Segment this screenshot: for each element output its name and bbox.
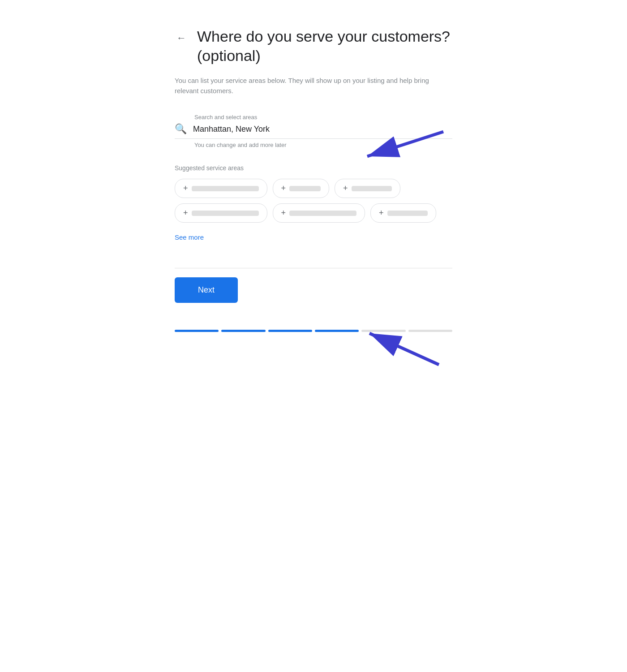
progress-segment-3 bbox=[268, 330, 312, 332]
chip-plus-icon: + bbox=[183, 184, 188, 193]
chip-plus-icon: + bbox=[379, 208, 384, 218]
suggested-label: Suggested service areas bbox=[175, 164, 452, 172]
chip-text bbox=[192, 186, 259, 191]
search-input[interactable] bbox=[193, 125, 452, 134]
chip-4[interactable]: + bbox=[175, 203, 267, 223]
see-more-button[interactable]: See more bbox=[175, 230, 204, 245]
chip-5[interactable]: + bbox=[273, 203, 365, 223]
chip-text bbox=[192, 211, 259, 216]
search-label: Search and select areas bbox=[194, 114, 452, 121]
chip-plus-icon: + bbox=[183, 208, 188, 218]
chip-text bbox=[289, 211, 356, 216]
progress-segment-5 bbox=[361, 330, 405, 332]
chip-plus-icon: + bbox=[343, 184, 348, 193]
chip-6[interactable]: + bbox=[370, 203, 436, 223]
page-title: Where do you serve your customers? (opti… bbox=[197, 27, 452, 65]
chip-text bbox=[352, 186, 392, 191]
search-icon: 🔍 bbox=[175, 123, 187, 135]
svg-line-3 bbox=[369, 333, 439, 365]
back-button[interactable]: ← bbox=[175, 30, 188, 46]
progress-segment-1 bbox=[175, 330, 219, 332]
next-button[interactable]: Next bbox=[175, 277, 238, 303]
progress-segment-6 bbox=[408, 330, 452, 332]
progress-segment-4 bbox=[315, 330, 359, 332]
chip-plus-icon: + bbox=[281, 184, 286, 193]
search-hint: You can change and add more later bbox=[194, 142, 452, 148]
progress-segment-2 bbox=[221, 330, 265, 332]
chip-2[interactable]: + bbox=[273, 179, 330, 198]
divider bbox=[175, 268, 452, 268]
progress-bar bbox=[175, 330, 452, 332]
chip-1[interactable]: + bbox=[175, 179, 267, 198]
chip-plus-icon: + bbox=[281, 208, 286, 218]
chip-text bbox=[387, 211, 428, 216]
suggested-section: Suggested service areas + + + + bbox=[175, 164, 452, 259]
subtitle-text: You can list your service areas below. T… bbox=[175, 76, 452, 96]
back-arrow-icon: ← bbox=[176, 32, 186, 43]
chip-text bbox=[289, 186, 321, 191]
search-section: Search and select areas 🔍 You can change… bbox=[175, 114, 452, 148]
chips-grid: + + + + + bbox=[175, 179, 452, 223]
chip-3[interactable]: + bbox=[335, 179, 400, 198]
